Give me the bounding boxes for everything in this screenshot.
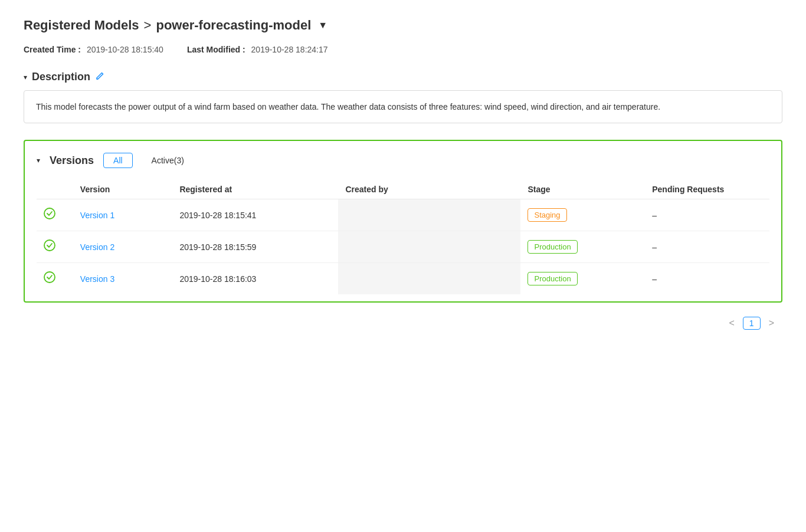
row1-stage: Staging bbox=[520, 199, 645, 231]
last-modified-value: 2019-10-28 18:24:17 bbox=[251, 45, 328, 54]
created-time-label: Created Time : bbox=[24, 45, 81, 54]
prev-page-button[interactable]: < bbox=[726, 317, 738, 330]
col-header-stage: Stage bbox=[520, 180, 645, 199]
version1-link[interactable]: Version 1 bbox=[80, 211, 114, 220]
breadcrumb-model: power-forecasting-model bbox=[156, 18, 311, 33]
svg-point-2 bbox=[44, 272, 55, 283]
tab-active[interactable]: Active(3) bbox=[142, 153, 194, 168]
row1-pending: – bbox=[645, 199, 769, 231]
row3-check bbox=[37, 263, 73, 295]
versions-toggle[interactable]: ▾ bbox=[37, 156, 40, 165]
staging-badge: Staging bbox=[527, 208, 566, 222]
row3-stage: Production bbox=[520, 263, 645, 295]
versions-title: Versions bbox=[50, 155, 94, 167]
last-modified: Last Modified : 2019-10-28 18:24:17 bbox=[187, 45, 328, 54]
row2-pending: – bbox=[645, 231, 769, 263]
row3-registered: 2019-10-28 18:16:03 bbox=[172, 263, 338, 295]
description-section-header: ▾ Description bbox=[24, 71, 782, 83]
row2-registered: 2019-10-28 18:15:59 bbox=[172, 231, 338, 263]
versions-table: Version Registered at Created by Stage P… bbox=[37, 180, 769, 294]
check-circle-icon bbox=[44, 242, 55, 254]
row2-version[interactable]: Version 2 bbox=[73, 231, 173, 263]
tab-all[interactable]: All bbox=[103, 153, 133, 168]
description-title: Description bbox=[32, 71, 90, 83]
col-header-registered: Registered at bbox=[172, 180, 338, 199]
row3-pending: – bbox=[645, 263, 769, 295]
row1-version[interactable]: Version 1 bbox=[73, 199, 173, 231]
version2-link[interactable]: Version 2 bbox=[80, 242, 114, 252]
meta-row: Created Time : 2019-10-28 18:15:40 Last … bbox=[24, 45, 782, 54]
description-toggle[interactable]: ▾ bbox=[24, 73, 27, 81]
description-edit-icon[interactable] bbox=[95, 71, 104, 83]
breadcrumb-separator: > bbox=[144, 18, 152, 33]
versions-container: ▾ Versions All Active(3) Version Registe… bbox=[24, 140, 782, 303]
last-modified-label: Last Modified : bbox=[187, 45, 245, 54]
pagination: < 1 > bbox=[24, 317, 782, 330]
current-page[interactable]: 1 bbox=[743, 317, 761, 330]
versions-header: ▾ Versions All Active(3) bbox=[37, 153, 769, 168]
row1-created-by bbox=[338, 199, 520, 231]
check-circle-icon bbox=[44, 274, 55, 285]
row2-created-by bbox=[338, 231, 520, 263]
breadcrumb-registered: Registered Models bbox=[24, 18, 139, 33]
page-header: Registered Models > power-forecasting-mo… bbox=[24, 18, 782, 33]
created-time: Created Time : 2019-10-28 18:15:40 bbox=[24, 45, 163, 54]
model-dropdown-icon[interactable]: ▼ bbox=[318, 20, 327, 31]
row1-registered: 2019-10-28 18:15:41 bbox=[172, 199, 338, 231]
svg-point-1 bbox=[44, 240, 55, 251]
version3-link[interactable]: Version 3 bbox=[80, 274, 114, 284]
svg-point-0 bbox=[44, 208, 55, 219]
table-row: Version 1 2019-10-28 18:15:41 Staging – bbox=[37, 199, 769, 231]
production-badge: Production bbox=[527, 240, 577, 254]
col-header-pending: Pending Requests bbox=[645, 180, 769, 199]
col-header-check bbox=[37, 180, 73, 199]
row3-created-by bbox=[338, 263, 520, 295]
check-circle-icon bbox=[44, 210, 55, 222]
next-page-button[interactable]: > bbox=[765, 317, 778, 330]
description-text: This model forecasts the power output of… bbox=[24, 90, 782, 123]
col-header-version: Version bbox=[73, 180, 173, 199]
table-row: Version 2 2019-10-28 18:15:59 Production… bbox=[37, 231, 769, 263]
created-time-value: 2019-10-28 18:15:40 bbox=[87, 45, 163, 54]
production-badge: Production bbox=[527, 272, 577, 285]
table-row: Version 3 2019-10-28 18:16:03 Production… bbox=[37, 263, 769, 295]
row1-check bbox=[37, 199, 73, 231]
row3-version[interactable]: Version 3 bbox=[73, 263, 173, 295]
col-header-created: Created by bbox=[338, 180, 520, 199]
row2-check bbox=[37, 231, 73, 263]
row2-stage: Production bbox=[520, 231, 645, 263]
